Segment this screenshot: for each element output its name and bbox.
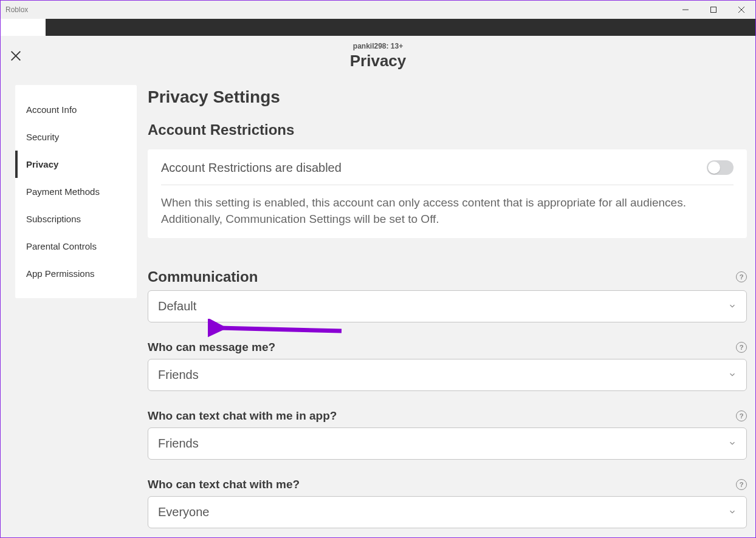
sidebar-item-subscriptions[interactable]: Subscriptions xyxy=(15,205,137,233)
chevron-down-icon xyxy=(728,368,737,382)
sidebar-item-account-info[interactable]: Account Info xyxy=(15,96,137,123)
settings-sidebar: Account Info Security Privacy Payment Me… xyxy=(15,85,137,298)
who-can-text-chat-select[interactable]: Everyone xyxy=(148,496,747,528)
who-can-text-chat-in-app-label: Who can text chat with me in app? xyxy=(148,409,337,423)
sidebar-item-parental-controls[interactable]: Parental Controls xyxy=(15,233,137,260)
chevron-down-icon xyxy=(728,299,737,313)
chevron-down-icon xyxy=(728,505,737,519)
window-titlebar: Roblox xyxy=(1,1,755,19)
account-restrictions-description: When this setting is enabled, this accou… xyxy=(161,195,734,227)
toggle-knob xyxy=(708,162,720,174)
who-can-message-me-value: Friends xyxy=(158,368,199,382)
divider xyxy=(161,185,734,185)
window-maximize-button[interactable] xyxy=(699,1,727,19)
main-area: Account Info Security Privacy Payment Me… xyxy=(1,81,755,538)
who-can-text-chat-field: Who can text chat with me? ? Everyone xyxy=(148,478,747,528)
who-can-text-chat-value: Everyone xyxy=(158,505,210,519)
communication-heading-row: Communication ? xyxy=(148,268,747,285)
help-icon[interactable]: ? xyxy=(736,479,747,490)
page-header: pankil298: 13+ Privacy xyxy=(1,36,755,81)
account-restrictions-label: Account Restrictions are disabled xyxy=(161,161,342,175)
who-can-text-chat-in-app-select[interactable]: Friends xyxy=(148,427,747,460)
window-title: Roblox xyxy=(5,5,28,14)
who-can-text-chat-in-app-value: Friends xyxy=(158,437,199,451)
sidebar-item-privacy[interactable]: Privacy xyxy=(15,151,137,178)
window-close-button[interactable] xyxy=(727,1,755,19)
settings-content: Privacy Settings Account Restrictions Ac… xyxy=(137,81,755,538)
sidebar-item-app-permissions[interactable]: App Permissions xyxy=(15,260,137,287)
help-icon[interactable]: ? xyxy=(736,342,747,353)
account-restrictions-heading: Account Restrictions xyxy=(148,121,747,138)
account-restrictions-row: Account Restrictions are disabled xyxy=(161,160,734,175)
privacy-settings-heading: Privacy Settings xyxy=(148,87,747,107)
who-can-message-me-select[interactable]: Friends xyxy=(148,359,747,391)
communication-preset-value: Default xyxy=(158,299,196,313)
user-age-line: pankil298: 13+ xyxy=(1,42,755,50)
help-icon[interactable]: ? xyxy=(736,410,747,421)
window-controls xyxy=(672,1,755,19)
account-restrictions-toggle[interactable] xyxy=(707,160,734,175)
who-can-text-chat-in-app-field: Who can text chat with me in app? ? Frie… xyxy=(148,409,747,460)
who-can-message-me-field: Who can message me? ? Friends xyxy=(148,341,747,391)
active-tab[interactable] xyxy=(1,19,46,36)
who-can-message-me-label: Who can message me? xyxy=(148,341,275,354)
svg-rect-1 xyxy=(711,7,716,13)
window-minimize-button[interactable] xyxy=(672,1,699,19)
help-icon[interactable]: ? xyxy=(736,271,747,282)
close-icon[interactable] xyxy=(9,49,22,65)
page-title: Privacy xyxy=(1,52,755,70)
tab-strip xyxy=(1,19,755,36)
who-can-text-chat-label: Who can text chat with me? xyxy=(148,478,300,491)
account-restrictions-card: Account Restrictions are disabled When t… xyxy=(148,149,747,238)
sidebar-item-security[interactable]: Security xyxy=(15,123,137,151)
communication-heading: Communication xyxy=(148,268,258,285)
communication-preset-select[interactable]: Default xyxy=(148,290,747,322)
chevron-down-icon xyxy=(728,437,737,451)
sidebar-item-payment-methods[interactable]: Payment Methods xyxy=(15,178,137,205)
